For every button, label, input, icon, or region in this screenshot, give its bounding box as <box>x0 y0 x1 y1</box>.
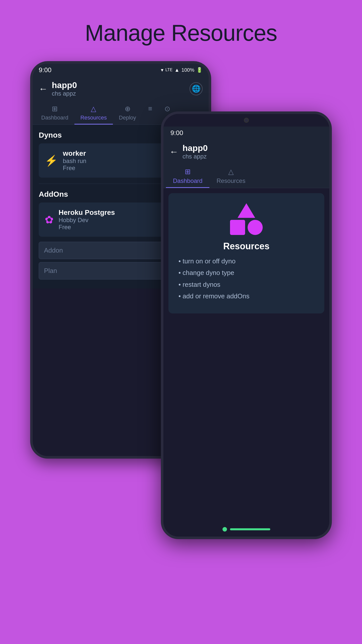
more-icon: ⊙ <box>164 105 170 113</box>
back-back-button[interactable]: ← <box>169 146 178 157</box>
logo-row1 <box>238 203 255 218</box>
tab-dashboard-label: Dashboard <box>41 114 68 121</box>
logo-circle <box>248 220 263 235</box>
tab-logs[interactable]: ≡ <box>142 101 158 125</box>
logo-row2 <box>230 220 263 235</box>
back-tab-dashboard-label: Dashboard <box>173 177 202 184</box>
back-status-time: 9:00 <box>170 129 183 137</box>
front-app-header: ← happ0 chs appz 🌐 <box>33 76 209 101</box>
dyno-info: worker bash run Free <box>63 149 86 172</box>
dashboard-logo <box>230 203 263 235</box>
header-left: ← happ0 chs appz <box>39 80 77 97</box>
deploy-icon: ⊕ <box>125 105 130 113</box>
tab-dashboard[interactable]: ⊞ Dashboard <box>35 101 74 125</box>
back-phone-camera <box>244 118 249 123</box>
tab-resources-label: Resources <box>80 114 107 121</box>
addon-info: Heroku Postgres Hobby Dev Free <box>59 209 115 231</box>
front-status-time: 9:00 <box>39 66 52 74</box>
battery-icon: 100% <box>182 67 194 73</box>
addon-puzzle-icon: ✿ <box>45 214 54 226</box>
lte-icon: LTE <box>165 68 172 72</box>
globe-icon[interactable]: 🌐 <box>190 82 203 95</box>
battery-indicator: 🔋 <box>196 67 203 73</box>
bottom-indicator <box>230 528 270 530</box>
back-tab-resources-label: Resources <box>216 177 245 184</box>
back-button[interactable]: ← <box>39 84 48 94</box>
back-nav-tabs: ⊞ Dashboard △ Resources <box>163 164 329 188</box>
feature-item-4: • add or remove addOns <box>178 292 314 301</box>
feature-list: • turn on or off dyno • change dyno type… <box>178 257 314 303</box>
logo-triangle <box>238 203 255 218</box>
back-tab-resources[interactable]: △ Resources <box>209 164 252 188</box>
feature-item-3: • restart dynos <box>178 280 314 289</box>
dyno-command: bash run <box>63 157 86 165</box>
back-app-subtitle: chs appz <box>183 153 208 160</box>
logo-square <box>230 220 245 235</box>
tab-deploy[interactable]: ⊕ Deploy <box>113 101 142 125</box>
addon-price: Free <box>59 224 115 231</box>
dashboard-feature-card: Resources • turn on or off dyno • change… <box>168 193 324 313</box>
wifi-icon: ▾ <box>161 67 163 73</box>
dyno-lightning-icon: ⚡ <box>45 154 58 167</box>
feature-item-2: • change dyno type <box>178 268 314 277</box>
front-app-subtitle: chs appz <box>52 90 77 97</box>
dashboard-feature-title: Resources <box>223 241 269 252</box>
dyno-plan: Free <box>63 165 86 172</box>
phone-back: 9:00 ← happ0 chs appz ⊞ Dashboard △ Reso… <box>161 111 332 539</box>
phones-wrapper: 9:00 ▾ LTE ▲ 100% 🔋 ← happ0 chs appz 🌐 <box>30 61 332 589</box>
back-tab-dashboard[interactable]: ⊞ Dashboard <box>166 164 209 188</box>
bottom-dot <box>222 527 227 532</box>
page-title: Manage Resources <box>85 20 277 46</box>
tab-resources[interactable]: △ Resources <box>74 101 113 125</box>
app-name-block: happ0 chs appz <box>52 80 77 97</box>
dyno-name: worker <box>63 149 86 157</box>
back-status-bar: 9:00 <box>163 127 329 139</box>
back-dashboard-icon: ⊞ <box>185 168 191 176</box>
logs-icon: ≡ <box>148 105 152 113</box>
logo-shapes <box>230 203 263 235</box>
signal-icon: ▲ <box>174 67 179 73</box>
phone-button-left <box>30 114 32 129</box>
addon-tier: Hobby Dev <box>59 217 115 224</box>
back-phone-bottom-bar <box>163 527 329 532</box>
front-status-icons: ▾ LTE ▲ 100% 🔋 <box>161 67 203 73</box>
resources-icon: △ <box>91 105 96 113</box>
addon-name: Heroku Postgres <box>59 209 115 217</box>
dashboard-icon: ⊞ <box>52 105 58 113</box>
back-app-name-block: happ0 chs appz <box>183 143 208 160</box>
back-resources-icon: △ <box>228 168 234 176</box>
back-app-name: happ0 <box>183 143 208 153</box>
front-app-name: happ0 <box>52 80 77 90</box>
back-app-header: ← happ0 chs appz <box>163 139 329 164</box>
tab-deploy-label: Deploy <box>119 114 136 121</box>
front-status-bar: 9:00 ▾ LTE ▲ 100% 🔋 <box>33 64 209 76</box>
feature-item-1: • turn on or off dyno <box>178 257 314 266</box>
